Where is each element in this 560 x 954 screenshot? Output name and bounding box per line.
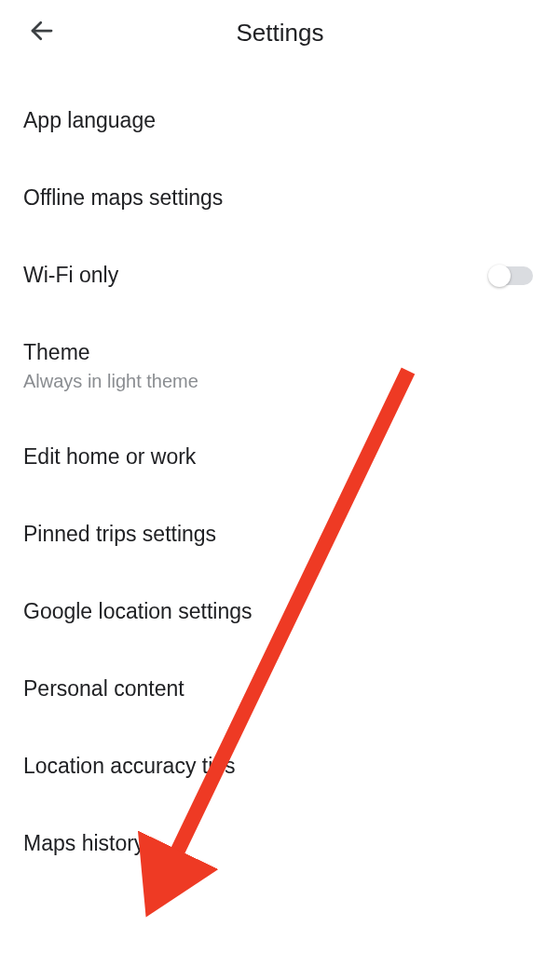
setting-wifi-only[interactable]: Wi-Fi only	[23, 237, 537, 314]
setting-google-location[interactable]: Google location settings	[23, 573, 537, 650]
setting-label: Pinned trips settings	[23, 522, 537, 547]
page-title: Settings	[9, 19, 551, 48]
setting-label: Theme	[23, 340, 537, 365]
header-bar: Settings	[0, 0, 560, 65]
settings-list: App language Offline maps settings Wi-Fi…	[0, 65, 560, 882]
setting-offline-maps[interactable]: Offline maps settings	[23, 159, 537, 237]
setting-location-accuracy[interactable]: Location accuracy tips	[23, 728, 537, 805]
setting-edit-home-work[interactable]: Edit home or work	[23, 418, 537, 496]
setting-label: Maps history	[23, 831, 537, 856]
setting-label: Offline maps settings	[23, 185, 537, 211]
setting-label: Edit home or work	[23, 444, 537, 470]
setting-maps-history[interactable]: Maps history	[23, 805, 537, 882]
setting-theme[interactable]: Theme Always in light theme	[23, 314, 537, 418]
setting-personal-content[interactable]: Personal content	[23, 650, 537, 728]
wifi-only-toggle[interactable]	[490, 266, 533, 285]
setting-label: App language	[23, 108, 537, 133]
setting-label: Wi-Fi only	[23, 263, 118, 288]
setting-app-language[interactable]: App language	[23, 82, 537, 159]
setting-label: Personal content	[23, 676, 537, 702]
setting-pinned-trips[interactable]: Pinned trips settings	[23, 496, 537, 573]
back-button[interactable]	[28, 17, 56, 48]
toggle-knob	[488, 265, 511, 287]
setting-subtitle: Always in light theme	[23, 371, 537, 392]
setting-label: Location accuracy tips	[23, 754, 537, 779]
back-arrow-icon	[28, 17, 56, 45]
setting-label: Google location settings	[23, 599, 537, 624]
